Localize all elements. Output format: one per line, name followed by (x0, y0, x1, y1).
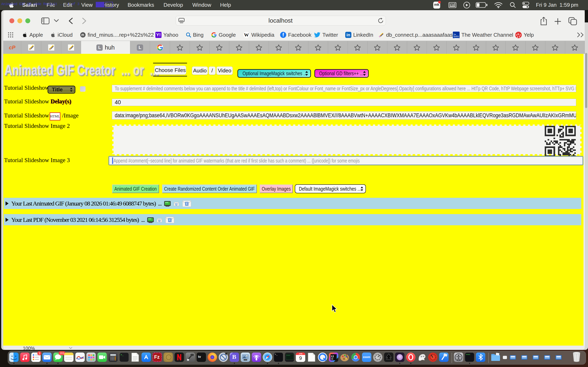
svg-text:E: E (186, 202, 188, 206)
svg-text:E: E (169, 218, 171, 222)
